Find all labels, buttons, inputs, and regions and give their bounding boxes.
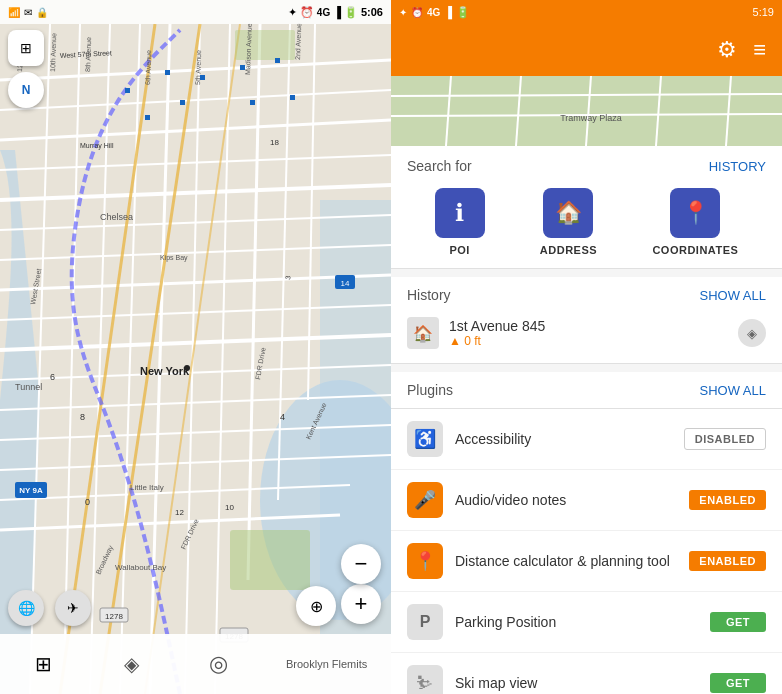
- accessibility-plugin-name: Accessibility: [455, 431, 672, 447]
- ski-plugin-name: Ski map view: [455, 675, 698, 691]
- right-panel: ✦ ⏰ 4G ▐ 🔋 5:19 ⚙ ≡ Tramway Plaza Search…: [391, 0, 782, 694]
- plugin-item-audio: 🎤 Audio/video notes ENABLED: [391, 470, 782, 531]
- plugins-show-all[interactable]: SHOW ALL: [700, 383, 766, 398]
- poi-label: POI: [449, 244, 469, 256]
- svg-text:8th Avenue: 8th Avenue: [84, 37, 92, 72]
- history-item[interactable]: 🏠 1st Avenue 845 ▲ 0 ft ◈: [407, 313, 766, 353]
- compass-button[interactable]: N: [8, 72, 44, 108]
- globe-icon: 🌐: [18, 600, 35, 616]
- history-show-all[interactable]: SHOW ALL: [700, 288, 766, 303]
- svg-text:NY 9A: NY 9A: [19, 486, 43, 495]
- svg-rect-70: [200, 75, 205, 80]
- search-option-address[interactable]: 🏠 ADDRESS: [540, 188, 597, 256]
- globe-icon-btn[interactable]: 🌐: [8, 590, 44, 626]
- grid-view-button[interactable]: ⊞: [24, 644, 64, 684]
- distance-plugin-name: Distance calculator & planning tool: [455, 553, 677, 569]
- history-section: History SHOW ALL 🏠 1st Avenue 845 ▲ 0 ft…: [391, 277, 782, 364]
- app-header: ⚙ ≡: [391, 24, 782, 76]
- plugins-section: Plugins SHOW ALL ♿ Accessibility DISABLE…: [391, 372, 782, 694]
- coordinates-icon-box: 📍: [670, 188, 720, 238]
- svg-text:Tunnel: Tunnel: [15, 382, 42, 392]
- coordinates-label: COORDINATES: [652, 244, 738, 256]
- svg-text:Wallabout Bay: Wallabout Bay: [115, 563, 166, 572]
- center-button[interactable]: ◎: [199, 644, 239, 684]
- nav-arrow-icon: ◈: [747, 326, 757, 341]
- svg-text:6: 6: [50, 372, 55, 382]
- signal-icon: ▐: [333, 6, 341, 18]
- search-options: ℹ POI 🏠 ADDRESS 📍 COORDINATES: [407, 188, 766, 256]
- minus-icon: −: [355, 551, 368, 577]
- svg-text:10: 10: [225, 503, 234, 512]
- svg-text:12: 12: [175, 508, 184, 517]
- address-icon: 🏠: [555, 200, 582, 226]
- svg-rect-68: [125, 88, 130, 93]
- plugins-header: Plugins SHOW ALL: [391, 372, 782, 409]
- search-header: Search for HISTORY: [407, 158, 766, 174]
- sim-icon: 📶: [8, 7, 20, 18]
- svg-text:0: 0: [85, 497, 90, 507]
- parking-badge[interactable]: GET: [710, 612, 766, 632]
- address-label: ADDRESS: [540, 244, 597, 256]
- accessibility-plugin-icon: ♿: [407, 421, 443, 457]
- svg-text:8: 8: [80, 412, 85, 422]
- audio-badge[interactable]: ENABLED: [689, 490, 766, 510]
- search-option-coordinates[interactable]: 📍 COORDINATES: [652, 188, 738, 256]
- plugin-item-accessibility: ♿ Accessibility DISABLED: [391, 409, 782, 470]
- plugin-item-parking: P Parking Position GET: [391, 592, 782, 653]
- history-item-nav[interactable]: ◈: [738, 319, 766, 347]
- svg-text:1278: 1278: [105, 612, 123, 621]
- svg-text:2nd Avenue: 2nd Avenue: [294, 23, 302, 60]
- svg-rect-75: [180, 100, 185, 105]
- location-pin-icon: 📍: [414, 550, 436, 572]
- microphone-icon: 🎤: [414, 489, 436, 511]
- audio-plugin-icon: 🎤: [407, 482, 443, 518]
- map-controls: ⊞ N: [8, 30, 44, 108]
- alarm-r-icon: ⏰: [411, 7, 423, 18]
- history-link[interactable]: HISTORY: [709, 159, 766, 174]
- svg-text:6th Avenue: 6th Avenue: [144, 50, 152, 85]
- svg-rect-71: [240, 65, 245, 70]
- home-icon: 🏠: [413, 324, 433, 343]
- distance-badge[interactable]: ENABLED: [689, 551, 766, 571]
- status-bar-right: ✦ ⏰ 4G ▐ 🔋 5:19: [391, 0, 782, 24]
- history-title: History: [407, 287, 451, 303]
- mail-icon: ✉: [24, 7, 32, 18]
- distance-plugin-icon: 📍: [407, 543, 443, 579]
- map-bottom-bar: ⊞ ◈ ◎ Brooklyn Flemits: [0, 634, 391, 694]
- location-icon: ⊕: [310, 597, 323, 616]
- search-title: Search for: [407, 158, 472, 174]
- zoom-out-button[interactable]: −: [341, 544, 381, 584]
- svg-rect-73: [250, 100, 255, 105]
- svg-point-44: [184, 365, 190, 371]
- svg-text:14: 14: [341, 279, 350, 288]
- menu-button[interactable]: ≡: [753, 37, 766, 63]
- search-option-poi[interactable]: ℹ POI: [435, 188, 485, 256]
- layers-icon: ⊞: [20, 40, 32, 56]
- grid-icon: ⊞: [35, 652, 52, 676]
- settings-button[interactable]: ⚙: [717, 37, 737, 63]
- ski-badge[interactable]: GET: [710, 673, 766, 693]
- svg-rect-29: [230, 530, 310, 590]
- 4g-r-label: 4G: [427, 7, 440, 18]
- right-status-icons: ✦ ⏰ 4G ▐ 🔋 5:06: [288, 6, 383, 19]
- parking-plugin-icon: P: [407, 604, 443, 640]
- ski-plugin-icon: ⛷: [407, 665, 443, 694]
- alarm-icon: ⏰: [300, 6, 314, 19]
- wheelchair-icon: ♿: [414, 428, 436, 450]
- plugin-item-distance: 📍 Distance calculator & planning tool EN…: [391, 531, 782, 592]
- svg-text:Little Italy: Little Italy: [130, 483, 164, 492]
- my-location-button[interactable]: ⊕: [296, 586, 336, 626]
- accessibility-badge[interactable]: DISABLED: [684, 428, 766, 450]
- zoom-in-button[interactable]: +: [341, 584, 381, 624]
- center-icon: ◎: [209, 651, 228, 677]
- navigate-button[interactable]: ◈: [111, 644, 151, 684]
- svg-text:10th Avenue: 10th Avenue: [49, 33, 57, 72]
- map-thumbnail: Tramway Plaza: [391, 76, 782, 146]
- coordinates-icon: 📍: [682, 200, 709, 226]
- svg-text:Tramway Plaza: Tramway Plaza: [560, 113, 622, 123]
- poi-icon: ℹ: [455, 199, 464, 227]
- layers-button[interactable]: ⊞: [8, 30, 44, 66]
- 4g-label: 4G: [317, 7, 330, 18]
- plane-icon-btn[interactable]: ✈: [55, 590, 91, 626]
- map-thumb-svg: Tramway Plaza: [391, 76, 782, 146]
